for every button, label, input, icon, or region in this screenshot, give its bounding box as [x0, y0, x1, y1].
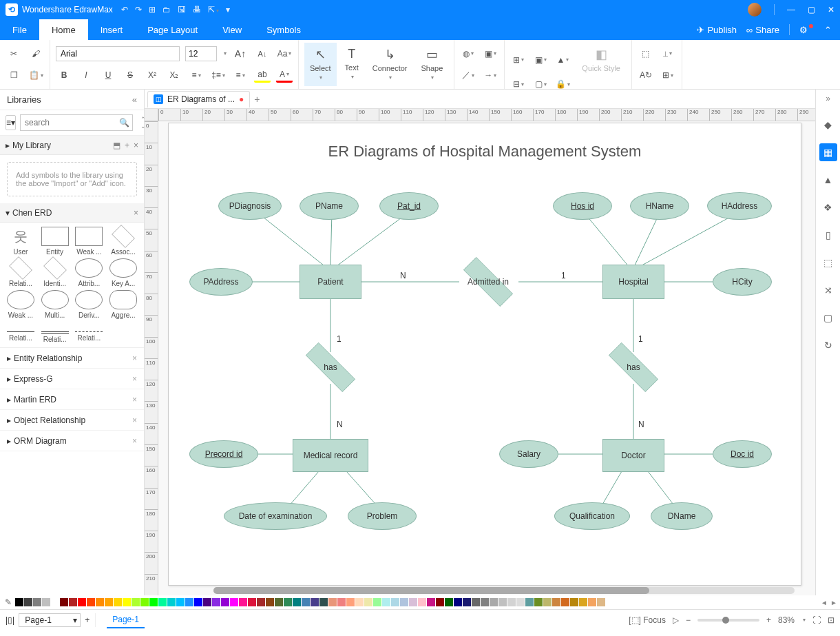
shape-8[interactable]: Weak ... — [4, 290, 37, 319]
user-avatar[interactable] — [748, 3, 762, 17]
color-swatch[interactable] — [248, 598, 256, 606]
chen-close-icon[interactable]: × — [134, 208, 138, 218]
play-icon[interactable]: ▷ — [673, 615, 679, 625]
color-swatch[interactable] — [570, 598, 578, 606]
color-swatch[interactable] — [123, 598, 131, 606]
shape-3[interactable]: Assoc... — [107, 227, 140, 256]
library-search-input[interactable] — [20, 114, 133, 131]
color-swatch[interactable] — [436, 598, 444, 606]
open-icon[interactable]: 🗀 — [162, 5, 171, 14]
entity-medical-record[interactable]: Medical record — [293, 439, 368, 472]
zoom-out-icon[interactable]: − — [686, 615, 691, 625]
entity-doctor[interactable]: Doctor — [602, 439, 664, 472]
color-swatch[interactable] — [293, 598, 301, 606]
attr-qualification[interactable]: Qualification — [554, 502, 630, 530]
shape-9[interactable]: Multi... — [39, 290, 72, 319]
shape-5[interactable]: Identi... — [39, 258, 72, 287]
shape-13[interactable]: Relati... — [39, 322, 72, 343]
palette-next-icon[interactable]: ► — [829, 599, 839, 606]
card-n-doctor[interactable]: N — [638, 420, 644, 429]
rel-has-hospital[interactable]: has — [605, 352, 662, 382]
color-swatch[interactable] — [185, 598, 193, 606]
help-chevron-icon[interactable]: ⌃ — [824, 25, 832, 35]
category-item[interactable]: ▸ ORM Diagram× — [0, 431, 144, 451]
shape-12[interactable]: Relati... — [4, 322, 37, 343]
increase-font-icon[interactable]: A↑ — [232, 46, 249, 61]
color-swatch[interactable] — [33, 598, 41, 606]
color-swatch[interactable] — [597, 598, 605, 606]
color-swatch[interactable] — [158, 598, 167, 606]
attr-hos-id[interactable]: Hos id — [553, 192, 612, 220]
color-swatch[interactable] — [114, 598, 122, 606]
menu-insert[interactable]: Insert — [88, 19, 136, 40]
print-icon[interactable]: 🖶 — [193, 5, 201, 14]
align-icon[interactable]: ≡▾ — [232, 68, 249, 83]
color-swatch[interactable] — [400, 598, 408, 606]
color-swatch[interactable] — [525, 598, 534, 606]
lib-import-icon[interactable]: ⬒ — [113, 141, 120, 150]
color-swatch[interactable] — [319, 598, 328, 606]
rail-collapse-icon[interactable]: » — [826, 94, 830, 103]
rail-properties-icon[interactable]: ▦ — [819, 143, 837, 161]
color-swatch[interactable] — [194, 598, 202, 606]
rail-present-icon[interactable]: ▢ — [819, 309, 837, 327]
lib-add-icon[interactable]: + — [125, 141, 129, 150]
shape-4[interactable]: Relati... — [4, 258, 37, 287]
zoom-level[interactable]: 83% — [778, 615, 795, 625]
color-swatch[interactable] — [24, 598, 32, 606]
card-1-hospital-has[interactable]: 1 — [638, 334, 643, 344]
menu-home[interactable]: Home — [39, 19, 88, 40]
group-icon[interactable]: ⊞▾ — [510, 52, 527, 68]
attr-haddress[interactable]: HAddress — [707, 192, 772, 220]
format-painter-icon[interactable]: 🖌 — [28, 46, 44, 61]
canvas-scroll[interactable]: ER Diagrams of Hospital Management Syste… — [158, 121, 815, 595]
menu-page-layout[interactable]: Page Layout — [135, 19, 210, 40]
change-case-icon[interactable]: Aa▾ — [276, 46, 293, 61]
card-1-patient-has[interactable]: 1 — [337, 334, 342, 344]
color-swatch[interactable] — [212, 598, 220, 606]
shape-tool[interactable]: ▭Shape▾ — [416, 43, 449, 86]
select-tool[interactable]: ↖Select▾ — [304, 43, 337, 86]
zoom-slider[interactable] — [697, 619, 759, 622]
color-swatch[interactable] — [588, 598, 596, 606]
color-swatch[interactable] — [418, 598, 426, 606]
card-n-medrecord[interactable]: N — [337, 420, 343, 429]
export-icon[interactable]: ⇱▾ — [208, 5, 219, 14]
color-swatch[interactable] — [561, 598, 569, 606]
fit-page-icon[interactable]: ⛶ — [812, 615, 821, 625]
color-swatch[interactable] — [337, 598, 346, 606]
page-tab-1[interactable]: Page-1 — [107, 612, 145, 628]
rail-page-icon[interactable]: ▯ — [819, 226, 837, 244]
color-swatch[interactable] — [266, 598, 274, 606]
card-n-patient[interactable]: N — [400, 271, 406, 280]
notification-icon[interactable]: ⚙ — [799, 25, 815, 35]
h-scrollbar[interactable] — [213, 587, 795, 594]
color-swatch[interactable] — [140, 598, 149, 606]
color-swatch[interactable] — [463, 598, 471, 606]
share-button[interactable]: ∞ Share — [746, 25, 779, 35]
sidebar-collapse-icon[interactable]: « — [132, 94, 137, 105]
color-swatch[interactable] — [302, 598, 310, 606]
color-swatch[interactable] — [427, 598, 435, 606]
outline-view-icon[interactable]: |▯| — [6, 615, 14, 625]
color-swatch[interactable] — [96, 598, 104, 606]
color-swatch[interactable] — [454, 598, 462, 606]
color-swatch[interactable] — [60, 598, 68, 606]
color-swatch[interactable] — [534, 598, 543, 606]
category-item[interactable]: ▸ Entity Relationship× — [0, 348, 144, 369]
library-manager-icon[interactable]: ≡▾ — [6, 115, 16, 130]
qat-more-icon[interactable]: ▾ — [226, 5, 230, 14]
font-size-select[interactable] — [185, 46, 217, 61]
italic-icon[interactable]: I — [78, 68, 94, 83]
color-swatch[interactable] — [239, 598, 247, 606]
menu-symbols[interactable]: Symbols — [254, 19, 313, 40]
shape-11[interactable]: Aggre... — [107, 290, 140, 319]
mylib-header[interactable]: ▸ My Library ⬒+× — [0, 136, 144, 155]
color-swatch[interactable] — [391, 598, 399, 606]
undo-icon[interactable]: ↶ — [121, 5, 128, 14]
attr-doc-id[interactable]: Doc id — [713, 440, 772, 468]
shape-1[interactable]: Entity — [39, 227, 72, 256]
color-swatch[interactable] — [346, 598, 355, 606]
color-swatch[interactable] — [221, 598, 229, 606]
color-swatch[interactable] — [275, 598, 283, 606]
